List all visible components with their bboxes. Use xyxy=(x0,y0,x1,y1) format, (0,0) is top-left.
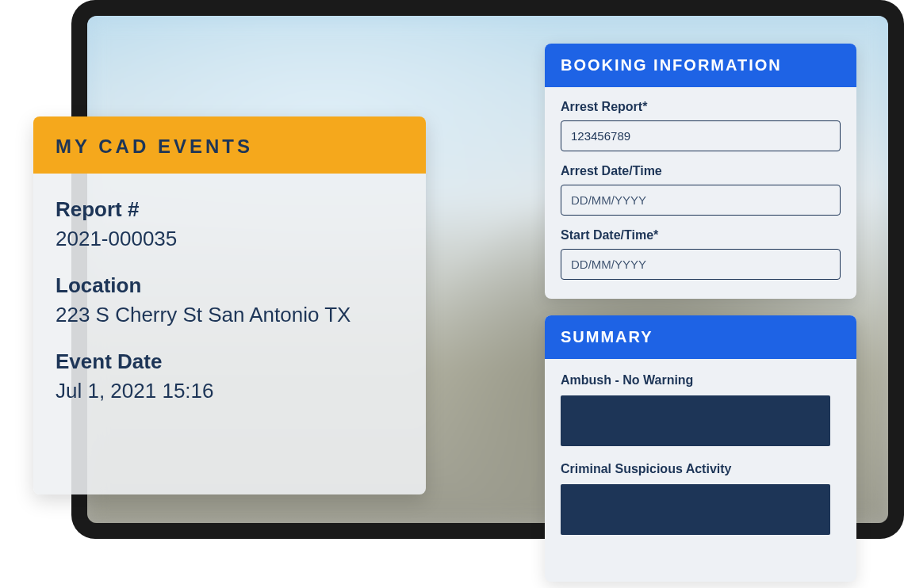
cad-event-date-label: Event Date xyxy=(56,349,404,374)
booking-title: BOOKING INFORMATION xyxy=(561,56,841,74)
booking-body: Arrest Report* Arrest Date/Time Start Da… xyxy=(545,87,856,299)
cad-report-label: Report # xyxy=(56,197,404,222)
cad-report-value: 2021-000035 xyxy=(56,227,404,251)
booking-information-card: BOOKING INFORMATION Arrest Report* Arres… xyxy=(545,44,856,299)
start-datetime-input[interactable] xyxy=(561,249,841,280)
summary-body: Ambush - No Warning Criminal Suspicious … xyxy=(545,359,856,565)
booking-field-arrest-report: Arrest Report* xyxy=(561,100,841,151)
summary-card: SUMMARY Ambush - No Warning Criminal Sus… xyxy=(545,315,856,582)
booking-field-start-datetime: Start Date/Time* xyxy=(561,228,841,280)
cad-location-value: 223 S Cherry St San Antonio TX xyxy=(56,303,404,327)
cad-location-label: Location xyxy=(56,273,404,298)
cad-events-header: MY CAD EVENTS xyxy=(33,116,426,174)
arrest-datetime-label: Arrest Date/Time xyxy=(561,164,841,178)
cad-field-event-date: Event Date Jul 1, 2021 15:16 xyxy=(56,349,404,403)
cad-field-location: Location 223 S Cherry St San Antonio TX xyxy=(56,273,404,327)
cad-events-body: Report # 2021-000035 Location 223 S Cher… xyxy=(33,174,426,449)
summary-ambush-content-block[interactable] xyxy=(561,395,830,446)
cad-events-card: MY CAD EVENTS Report # 2021-000035 Locat… xyxy=(33,116,426,494)
summary-criminal-content-block[interactable] xyxy=(561,484,830,535)
cad-events-title: MY CAD EVENTS xyxy=(56,136,404,158)
summary-header: SUMMARY xyxy=(545,315,856,359)
arrest-datetime-input[interactable] xyxy=(561,185,841,216)
summary-ambush-label: Ambush - No Warning xyxy=(561,373,841,388)
arrest-report-input[interactable] xyxy=(561,120,841,151)
summary-criminal-label: Criminal Suspicious Activity xyxy=(561,462,841,476)
booking-header: BOOKING INFORMATION xyxy=(545,44,856,87)
start-datetime-label: Start Date/Time* xyxy=(561,228,841,242)
summary-item-ambush: Ambush - No Warning xyxy=(561,373,841,446)
booking-field-arrest-datetime: Arrest Date/Time xyxy=(561,164,841,216)
cad-event-date-value: Jul 1, 2021 15:16 xyxy=(56,379,404,403)
summary-title: SUMMARY xyxy=(561,328,841,346)
cad-field-report: Report # 2021-000035 xyxy=(56,197,404,251)
summary-item-criminal: Criminal Suspicious Activity xyxy=(561,462,841,535)
arrest-report-label: Arrest Report* xyxy=(561,100,841,114)
